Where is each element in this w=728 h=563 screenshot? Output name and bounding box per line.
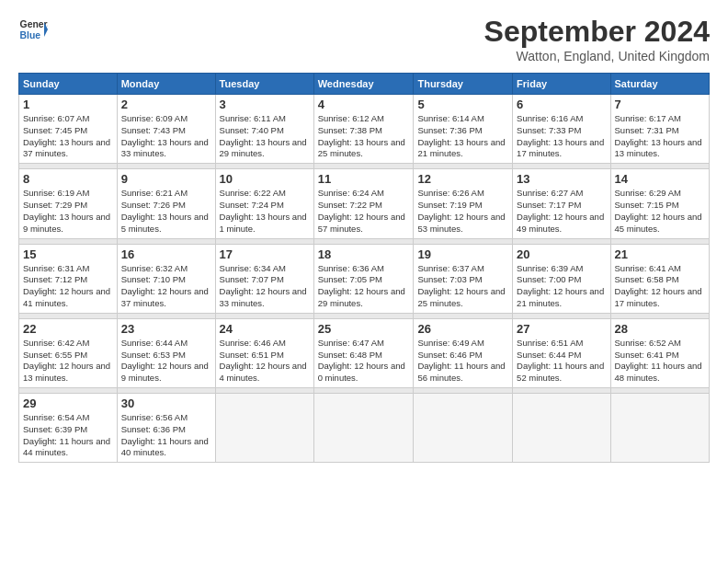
day-info: Sunrise: 6:26 AM Sunset: 7:19 PM Dayligh…	[417, 188, 508, 235]
day-number: 30	[121, 396, 211, 410]
calendar-cell: 7Sunrise: 6:17 AM Sunset: 7:31 PM Daylig…	[610, 95, 709, 164]
day-number: 4	[318, 98, 410, 111]
calendar-cell: 28Sunrise: 6:52 AM Sunset: 6:41 PM Dayli…	[610, 318, 709, 387]
day-number: 18	[318, 247, 410, 261]
calendar-cell: 9Sunrise: 6:21 AM Sunset: 7:26 PM Daylig…	[117, 169, 215, 238]
page: General Blue September 2024 Watton, Engl…	[0, 0, 728, 563]
day-number: 25	[318, 322, 410, 336]
day-info: Sunrise: 6:17 AM Sunset: 7:31 PM Dayligh…	[615, 113, 705, 160]
week-row-2: 8Sunrise: 6:19 AM Sunset: 7:29 PM Daylig…	[19, 169, 710, 238]
calendar-cell: 27Sunrise: 6:51 AM Sunset: 6:44 PM Dayli…	[513, 318, 610, 387]
day-info: Sunrise: 6:12 AM Sunset: 7:38 PM Dayligh…	[318, 113, 410, 160]
calendar-cell: 4Sunrise: 6:12 AM Sunset: 7:38 PM Daylig…	[313, 95, 414, 164]
calendar-cell: 21Sunrise: 6:41 AM Sunset: 6:58 PM Dayli…	[610, 244, 709, 313]
day-number: 17	[220, 247, 310, 261]
calendar-cell: 10Sunrise: 6:22 AM Sunset: 7:24 PM Dayli…	[215, 169, 313, 238]
calendar-cell	[215, 394, 313, 463]
day-number: 6	[517, 98, 606, 111]
day-info: Sunrise: 6:39 AM Sunset: 7:00 PM Dayligh…	[517, 263, 606, 310]
day-info: Sunrise: 6:49 AM Sunset: 6:46 PM Dayligh…	[417, 338, 508, 385]
calendar-cell	[313, 394, 414, 463]
day-info: Sunrise: 6:32 AM Sunset: 7:10 PM Dayligh…	[121, 263, 211, 310]
svg-text:General: General	[20, 19, 48, 29]
day-info: Sunrise: 6:56 AM Sunset: 6:36 PM Dayligh…	[121, 412, 211, 459]
day-info: Sunrise: 6:51 AM Sunset: 6:44 PM Dayligh…	[517, 338, 606, 385]
day-info: Sunrise: 6:41 AM Sunset: 6:58 PM Dayligh…	[615, 263, 705, 310]
logo: General Blue	[18, 15, 48, 44]
month-title: September 2024	[484, 15, 710, 49]
day-number: 11	[318, 172, 410, 186]
week-row-3: 15Sunrise: 6:31 AM Sunset: 7:12 PM Dayli…	[19, 244, 710, 313]
day-info: Sunrise: 6:42 AM Sunset: 6:55 PM Dayligh…	[23, 338, 113, 385]
calendar-cell: 8Sunrise: 6:19 AM Sunset: 7:29 PM Daylig…	[19, 169, 118, 238]
day-info: Sunrise: 6:52 AM Sunset: 6:41 PM Dayligh…	[615, 338, 705, 385]
calendar-header-row: Sunday Monday Tuesday Wednesday Thursday…	[19, 74, 710, 95]
day-number: 1	[23, 98, 113, 111]
calendar-cell: 11Sunrise: 6:24 AM Sunset: 7:22 PM Dayli…	[313, 169, 414, 238]
calendar-cell: 6Sunrise: 6:16 AM Sunset: 7:33 PM Daylig…	[513, 95, 610, 164]
calendar-cell: 20Sunrise: 6:39 AM Sunset: 7:00 PM Dayli…	[513, 244, 610, 313]
calendar-cell: 25Sunrise: 6:47 AM Sunset: 6:48 PM Dayli…	[313, 318, 414, 387]
calendar-cell: 24Sunrise: 6:46 AM Sunset: 6:51 PM Dayli…	[215, 318, 313, 387]
day-number: 26	[417, 322, 508, 336]
day-number: 7	[615, 98, 705, 111]
calendar-cell: 22Sunrise: 6:42 AM Sunset: 6:55 PM Dayli…	[19, 318, 118, 387]
day-number: 19	[417, 247, 508, 261]
day-info: Sunrise: 6:27 AM Sunset: 7:17 PM Dayligh…	[517, 188, 606, 235]
calendar-cell: 23Sunrise: 6:44 AM Sunset: 6:53 PM Dayli…	[117, 318, 215, 387]
calendar-cell: 30Sunrise: 6:56 AM Sunset: 6:36 PM Dayli…	[117, 394, 215, 463]
day-number: 10	[220, 172, 310, 186]
calendar-cell: 3Sunrise: 6:11 AM Sunset: 7:40 PM Daylig…	[215, 95, 313, 164]
header: General Blue September 2024 Watton, Engl…	[18, 15, 710, 63]
day-info: Sunrise: 6:07 AM Sunset: 7:45 PM Dayligh…	[23, 113, 113, 160]
calendar-cell: 29Sunrise: 6:54 AM Sunset: 6:39 PM Dayli…	[19, 394, 118, 463]
calendar-cell: 5Sunrise: 6:14 AM Sunset: 7:36 PM Daylig…	[414, 95, 513, 164]
calendar-cell	[414, 394, 513, 463]
day-number: 5	[417, 98, 508, 111]
day-info: Sunrise: 6:21 AM Sunset: 7:26 PM Dayligh…	[121, 188, 211, 235]
day-number: 24	[220, 322, 310, 336]
day-info: Sunrise: 6:09 AM Sunset: 7:43 PM Dayligh…	[121, 113, 211, 160]
day-info: Sunrise: 6:14 AM Sunset: 7:36 PM Dayligh…	[417, 113, 508, 160]
day-number: 22	[23, 322, 113, 336]
day-info: Sunrise: 6:29 AM Sunset: 7:15 PM Dayligh…	[615, 188, 705, 235]
day-number: 29	[23, 396, 113, 410]
calendar-table: Sunday Monday Tuesday Wednesday Thursday…	[18, 73, 710, 463]
calendar-cell: 17Sunrise: 6:34 AM Sunset: 7:07 PM Dayli…	[215, 244, 313, 313]
col-saturday: Saturday	[610, 74, 709, 95]
calendar-cell: 16Sunrise: 6:32 AM Sunset: 7:10 PM Dayli…	[117, 244, 215, 313]
day-info: Sunrise: 6:44 AM Sunset: 6:53 PM Dayligh…	[121, 338, 211, 385]
calendar-cell: 2Sunrise: 6:09 AM Sunset: 7:43 PM Daylig…	[117, 95, 215, 164]
day-number: 28	[615, 322, 705, 336]
day-number: 13	[517, 172, 606, 186]
day-number: 23	[121, 322, 211, 336]
day-number: 9	[121, 172, 211, 186]
col-monday: Monday	[117, 74, 215, 95]
calendar-cell: 1Sunrise: 6:07 AM Sunset: 7:45 PM Daylig…	[19, 95, 118, 164]
day-info: Sunrise: 6:46 AM Sunset: 6:51 PM Dayligh…	[220, 338, 310, 385]
calendar-cell: 15Sunrise: 6:31 AM Sunset: 7:12 PM Dayli…	[19, 244, 118, 313]
day-number: 14	[615, 172, 705, 186]
day-number: 12	[417, 172, 508, 186]
location: Watton, England, United Kingdom	[484, 49, 710, 63]
day-info: Sunrise: 6:31 AM Sunset: 7:12 PM Dayligh…	[23, 263, 113, 310]
calendar-cell	[513, 394, 610, 463]
col-tuesday: Tuesday	[215, 74, 313, 95]
day-info: Sunrise: 6:36 AM Sunset: 7:05 PM Dayligh…	[318, 263, 410, 310]
week-row-1: 1Sunrise: 6:07 AM Sunset: 7:45 PM Daylig…	[19, 95, 710, 164]
logo-icon: General Blue	[18, 15, 48, 44]
day-info: Sunrise: 6:22 AM Sunset: 7:24 PM Dayligh…	[220, 188, 310, 235]
col-sunday: Sunday	[19, 74, 118, 95]
day-number: 16	[121, 247, 211, 261]
calendar-cell: 19Sunrise: 6:37 AM Sunset: 7:03 PM Dayli…	[414, 244, 513, 313]
day-info: Sunrise: 6:16 AM Sunset: 7:33 PM Dayligh…	[517, 113, 606, 160]
calendar-cell: 18Sunrise: 6:36 AM Sunset: 7:05 PM Dayli…	[313, 244, 414, 313]
day-info: Sunrise: 6:24 AM Sunset: 7:22 PM Dayligh…	[318, 188, 410, 235]
calendar-cell: 14Sunrise: 6:29 AM Sunset: 7:15 PM Dayli…	[610, 169, 709, 238]
day-number: 3	[220, 98, 310, 111]
col-thursday: Thursday	[414, 74, 513, 95]
day-info: Sunrise: 6:54 AM Sunset: 6:39 PM Dayligh…	[23, 412, 113, 459]
title-area: September 2024 Watton, England, United K…	[484, 15, 710, 63]
calendar-cell: 13Sunrise: 6:27 AM Sunset: 7:17 PM Dayli…	[513, 169, 610, 238]
day-number: 20	[517, 247, 606, 261]
